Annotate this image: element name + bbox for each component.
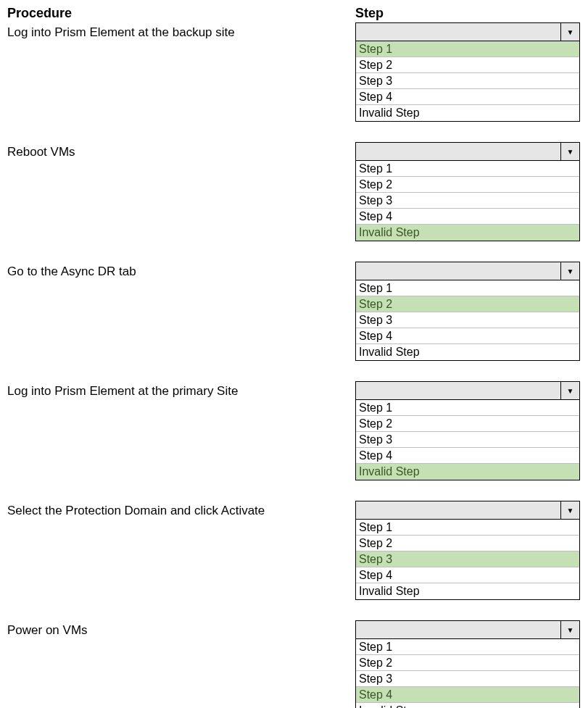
dropdown-list: Step 1Step 2Step 3Step 4Invalid Step — [355, 161, 580, 241]
step-dropdown: ▼Step 1Step 2Step 3Step 4Invalid Step — [355, 620, 580, 708]
dropdown-option[interactable]: Step 3 — [356, 671, 579, 687]
dropdown-list: Step 1Step 2Step 3Step 4Invalid Step — [355, 280, 580, 361]
step-dropdown: ▼Step 1Step 2Step 3Step 4Invalid Step — [355, 22, 580, 122]
dropdown-option[interactable]: Step 2 — [356, 655, 579, 671]
dropdown-option[interactable]: Step 3 — [356, 193, 579, 209]
dropdown-option[interactable]: Invalid Step — [356, 583, 579, 599]
step-dropdown: ▼Step 1Step 2Step 3Step 4Invalid Step — [355, 501, 580, 600]
chevron-down-icon[interactable]: ▼ — [560, 23, 579, 41]
dropdown-list: Step 1Step 2Step 3Step 4Invalid Step — [355, 400, 580, 480]
header-procedure: Procedure — [7, 6, 355, 21]
procedure-label: Reboot VMs — [7, 142, 355, 159]
dropdown-list: Step 1Step 2Step 3Step 4Invalid Step — [355, 639, 580, 708]
dropdown-option[interactable]: Invalid Step — [356, 225, 579, 241]
header-step: Step — [355, 6, 580, 21]
dropdown-option[interactable]: Step 3 — [356, 432, 579, 448]
procedure-row: Log into Prism Element at the backup sit… — [7, 22, 581, 122]
dropdown-option[interactable]: Step 4 — [356, 687, 579, 703]
dropdown-option[interactable]: Step 1 — [356, 400, 579, 416]
procedure-row: Go to the Async DR tab▼Step 1Step 2Step … — [7, 262, 581, 361]
dropdown-option[interactable]: Step 2 — [356, 177, 579, 193]
dropdown-trigger[interactable]: ▼ — [355, 620, 580, 639]
dropdown-list: Step 1Step 2Step 3Step 4Invalid Step — [355, 41, 580, 122]
dropdown-option[interactable]: Step 1 — [356, 161, 579, 177]
procedure-row: Log into Prism Element at the primary Si… — [7, 381, 581, 480]
procedure-label: Select the Protection Domain and click A… — [7, 501, 355, 518]
dropdown-option[interactable]: Step 4 — [356, 89, 579, 105]
dropdown-option[interactable]: Step 4 — [356, 448, 579, 464]
procedure-label: Power on VMs — [7, 620, 355, 638]
dropdown-option[interactable]: Step 2 — [356, 536, 579, 551]
chevron-down-icon[interactable]: ▼ — [560, 501, 579, 519]
dropdown-option[interactable]: Step 1 — [356, 520, 579, 536]
dropdown-option[interactable]: Step 4 — [356, 567, 579, 583]
dropdown-option[interactable]: Invalid Step — [356, 464, 579, 480]
dropdown-option[interactable]: Step 4 — [356, 328, 579, 344]
dropdown-option[interactable]: Step 2 — [356, 296, 579, 312]
step-dropdown: ▼Step 1Step 2Step 3Step 4Invalid Step — [355, 262, 580, 361]
dropdown-trigger[interactable]: ▼ — [355, 22, 580, 41]
procedure-label: Go to the Async DR tab — [7, 262, 355, 279]
dropdown-option[interactable]: Step 2 — [356, 57, 579, 73]
chevron-down-icon[interactable]: ▼ — [560, 621, 579, 638]
dropdown-trigger[interactable]: ▼ — [355, 262, 580, 280]
procedure-row: Select the Protection Domain and click A… — [7, 501, 581, 600]
dropdown-option[interactable]: Step 4 — [356, 209, 579, 225]
dropdown-trigger[interactable]: ▼ — [355, 381, 580, 400]
header-row: Procedure Step — [7, 6, 581, 21]
dropdown-option[interactable]: Step 1 — [356, 41, 579, 57]
dropdown-option[interactable]: Step 3 — [356, 551, 579, 567]
chevron-down-icon[interactable]: ▼ — [560, 382, 579, 399]
step-dropdown: ▼Step 1Step 2Step 3Step 4Invalid Step — [355, 381, 580, 480]
dropdown-trigger[interactable]: ▼ — [355, 501, 580, 520]
dropdown-trigger[interactable]: ▼ — [355, 142, 580, 161]
dropdown-option[interactable]: Invalid Step — [356, 105, 579, 121]
chevron-down-icon[interactable]: ▼ — [560, 262, 579, 280]
dropdown-option[interactable]: Step 3 — [356, 312, 579, 328]
dropdown-option[interactable]: Step 3 — [356, 73, 579, 89]
procedure-label: Log into Prism Element at the backup sit… — [7, 22, 355, 40]
procedure-row: Reboot VMs▼Step 1Step 2Step 3Step 4Inval… — [7, 142, 581, 241]
procedure-label: Log into Prism Element at the primary Si… — [7, 381, 355, 399]
procedure-row: Power on VMs▼Step 1Step 2Step 3Step 4Inv… — [7, 620, 581, 708]
dropdown-option[interactable]: Step 2 — [356, 416, 579, 432]
step-dropdown: ▼Step 1Step 2Step 3Step 4Invalid Step — [355, 142, 580, 241]
dropdown-option[interactable]: Step 1 — [356, 639, 579, 655]
dropdown-option[interactable]: Step 1 — [356, 280, 579, 296]
chevron-down-icon[interactable]: ▼ — [560, 143, 579, 160]
dropdown-list: Step 1Step 2Step 3Step 4Invalid Step — [355, 520, 580, 600]
dropdown-option[interactable]: Invalid Step — [356, 703, 579, 708]
dropdown-option[interactable]: Invalid Step — [356, 344, 579, 360]
